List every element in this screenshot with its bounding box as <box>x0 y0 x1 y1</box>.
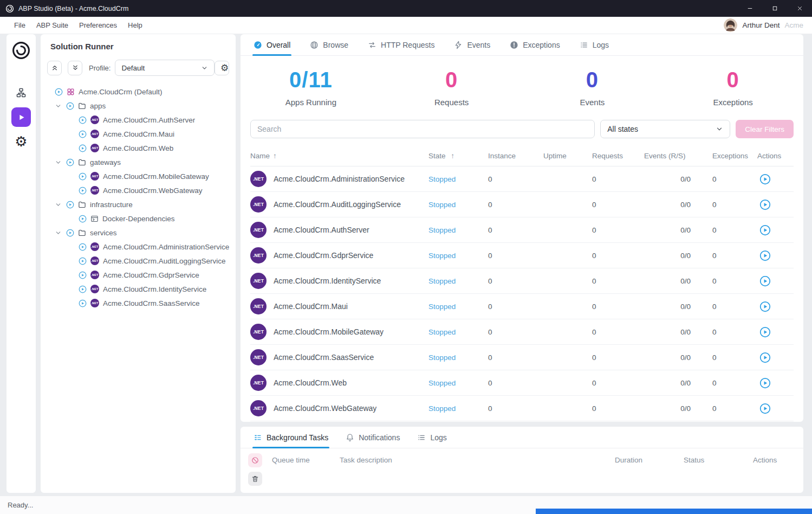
column-header-actions[interactable]: Actions <box>757 152 794 160</box>
tab-background-tasks[interactable]: Background Tasks <box>252 427 329 448</box>
tab-logs[interactable]: Logs <box>579 34 610 55</box>
solution-tree: Acme.CloudCrm (Default) apps .NET Acme.C… <box>41 83 236 493</box>
settings-button[interactable]: ⚙ <box>11 132 31 151</box>
start-service-button[interactable] <box>759 199 771 210</box>
tree-leaf-identityservice[interactable]: .NET Acme.CloudCrm.IdentityService <box>45 282 231 296</box>
tree-group-infrastructure[interactable]: infrastructure <box>45 197 231 211</box>
start-service-button[interactable] <box>759 174 771 185</box>
tree-leaf-saasservice[interactable]: .NET Acme.CloudCrm.SaasService <box>45 296 231 310</box>
start-service-button[interactable] <box>759 275 771 287</box>
tree-group-gateways[interactable]: gateways <box>45 155 231 169</box>
play-circle-icon[interactable] <box>79 271 87 279</box>
play-circle-icon[interactable] <box>79 187 87 195</box>
column-header-name[interactable]: Name ↑ <box>250 152 428 160</box>
play-circle-icon[interactable] <box>79 215 87 223</box>
minimize-button[interactable] <box>737 0 762 17</box>
chevron-down-icon[interactable] <box>55 102 62 110</box>
table-row[interactable]: .NET Acme.CloudCrm.IdentityService Stopp… <box>250 268 794 294</box>
chevron-down-icon[interactable] <box>55 229 62 236</box>
column-header-events[interactable]: Events (R/S) <box>644 152 712 160</box>
sort-asc-icon[interactable]: ↑ <box>273 152 277 160</box>
start-service-button[interactable] <box>759 352 771 363</box>
table-row[interactable]: .NET Acme.CloudCrm.SaasService Stopped 0… <box>250 345 794 370</box>
search-input[interactable] <box>250 120 595 138</box>
collapse-all-button[interactable] <box>47 61 62 75</box>
expand-all-button[interactable] <box>68 61 82 75</box>
play-icon <box>17 113 25 121</box>
solution-explorer-button[interactable] <box>11 83 31 102</box>
tree-leaf-mobilegateway[interactable]: .NET Acme.CloudCrm.MobileGateway <box>45 169 231 183</box>
tree-leaf-authserver[interactable]: .NET Acme.CloudCrm.AuthServer <box>45 113 231 127</box>
user-area[interactable]: Arthur Dent Acme <box>724 18 803 32</box>
play-circle-icon[interactable] <box>79 172 87 181</box>
menu-abp-suite[interactable]: ABP Suite <box>31 17 74 34</box>
tree-leaf-gdprservice[interactable]: .NET Acme.CloudCrm.GdprService <box>45 268 231 282</box>
table-row[interactable]: .NET Acme.CloudCrm.Web Stopped 0 0 0/0 0 <box>250 370 794 396</box>
service-state: Stopped <box>428 303 488 311</box>
tree-leaf-auditloggingservice[interactable]: .NET Acme.CloudCrm.AuditLoggingService <box>45 254 231 268</box>
tree-leaf-web[interactable]: .NET Acme.CloudCrm.Web <box>45 141 231 155</box>
play-circle-icon[interactable] <box>66 229 74 237</box>
play-circle-icon[interactable] <box>66 102 74 110</box>
table-row[interactable]: .NET Acme.CloudCrm.GdprService Stopped 0… <box>250 243 794 268</box>
tab-notifications[interactable]: Notifications <box>345 427 401 448</box>
chevron-down-icon[interactable] <box>55 201 62 208</box>
play-circle-icon[interactable] <box>79 130 87 138</box>
play-circle-icon[interactable] <box>55 88 63 96</box>
tab-exceptions[interactable]: Exceptions <box>509 34 561 55</box>
tab-overall[interactable]: Overall <box>252 34 291 55</box>
play-circle-icon[interactable] <box>79 299 87 307</box>
table-row[interactable]: .NET Acme.CloudCrm.AdministrationService… <box>250 166 794 192</box>
start-service-button[interactable] <box>759 377 771 389</box>
column-header-exceptions[interactable]: Exceptions <box>712 152 757 160</box>
profile-select[interactable]: Default <box>115 60 215 76</box>
column-header-instance[interactable]: Instance <box>488 152 543 160</box>
tree-leaf-administrationservice[interactable]: .NET Acme.CloudCrm.AdministrationService <box>45 240 231 254</box>
cancel-tasks-button[interactable] <box>248 453 262 467</box>
play-circle-icon[interactable] <box>79 116 87 124</box>
column-header-requests[interactable]: Requests <box>592 152 644 160</box>
start-service-button[interactable] <box>759 326 771 338</box>
avatar[interactable] <box>724 18 737 32</box>
table-row[interactable]: .NET Acme.CloudCrm.MobileGateway Stopped… <box>250 319 794 345</box>
solution-runner-button[interactable] <box>11 107 31 127</box>
menu-file[interactable]: File <box>9 17 31 34</box>
chevron-down-icon[interactable] <box>55 159 62 166</box>
state-filter-select[interactable]: All states <box>600 120 730 138</box>
play-circle-icon[interactable] <box>66 158 74 166</box>
tree-group-apps[interactable]: apps <box>45 99 231 113</box>
start-service-button[interactable] <box>759 301 771 312</box>
tree-leaf-webgateway[interactable]: .NET Acme.CloudCrm.WebGateway <box>45 183 231 197</box>
play-circle-icon[interactable] <box>79 144 87 152</box>
close-button[interactable] <box>787 0 812 17</box>
start-service-button[interactable] <box>759 403 771 414</box>
maximize-button[interactable] <box>762 0 787 17</box>
sort-asc-icon[interactable]: ↑ <box>451 152 454 160</box>
play-circle-icon[interactable] <box>79 285 87 293</box>
tab-browse[interactable]: Browse <box>309 34 349 55</box>
clear-tasks-button[interactable] <box>248 472 262 486</box>
play-circle-icon[interactable] <box>79 243 87 251</box>
column-header-uptime[interactable]: Uptime <box>543 152 592 160</box>
table-row[interactable]: .NET Acme.CloudCrm.Maui Stopped 0 0 0/0 … <box>250 294 794 319</box>
main-tabs: Overall Browse HTTP Requests Events <box>241 34 803 56</box>
tree-group-services[interactable]: services <box>45 226 231 240</box>
menu-preferences[interactable]: Preferences <box>74 17 122 34</box>
tree-leaf-maui[interactable]: .NET Acme.CloudCrm.Maui <box>45 127 231 141</box>
start-service-button[interactable] <box>759 250 771 261</box>
table-row[interactable]: .NET Acme.CloudCrm.AuditLoggingService S… <box>250 192 794 217</box>
profile-settings-button[interactable]: ⚙ <box>215 61 229 75</box>
tab-http-requests[interactable]: HTTP Requests <box>367 34 436 55</box>
play-circle-icon[interactable] <box>79 257 87 265</box>
tab-events[interactable]: Events <box>453 34 491 55</box>
menu-help[interactable]: Help <box>122 17 148 34</box>
tree-item-solution-root[interactable]: Acme.CloudCrm (Default) <box>45 85 231 99</box>
table-row[interactable]: .NET Acme.CloudCrm.WebGateway Stopped 0 … <box>250 396 794 421</box>
table-row[interactable]: .NET Acme.CloudCrm.AuthServer Stopped 0 … <box>250 217 794 243</box>
clear-filters-button[interactable]: Clear Filters <box>736 120 794 138</box>
column-header-state[interactable]: State ↑ <box>428 152 488 160</box>
tab-bottom-logs[interactable]: Logs <box>416 427 447 448</box>
play-circle-icon[interactable] <box>66 201 74 209</box>
tree-leaf-docker-dependencies[interactable]: Docker-Dependencies <box>45 211 231 226</box>
start-service-button[interactable] <box>759 224 771 236</box>
